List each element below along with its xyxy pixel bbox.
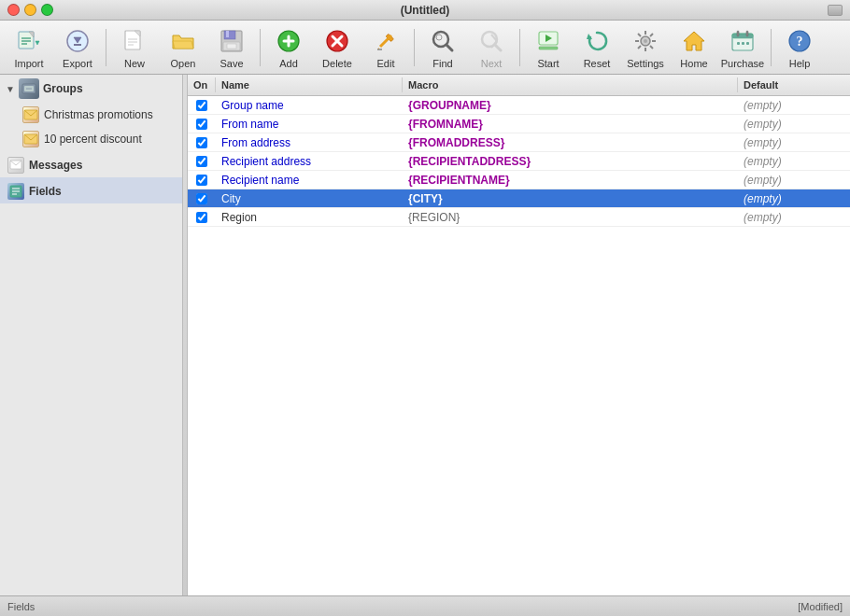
col-default: Default	[738, 77, 850, 92]
svg-point-30	[436, 35, 442, 40]
groups-label: Groups	[43, 82, 83, 95]
row3-check[interactable]	[188, 156, 216, 167]
maximize-button[interactable]	[41, 4, 53, 16]
svg-text:?: ?	[797, 35, 803, 49]
help-label: Help	[789, 58, 811, 69]
row6-check[interactable]	[188, 212, 216, 223]
svg-line-48	[638, 46, 641, 49]
title-bar: (Untitled)	[0, 0, 850, 21]
delete-icon	[322, 26, 352, 56]
main-area: ▼ Groups Christmas promotions	[0, 75, 850, 595]
row4-name: Recipient name	[216, 172, 403, 189]
row4-checkbox[interactable]	[196, 175, 207, 186]
minimize-button[interactable]	[24, 4, 36, 16]
sidebar-item-christmas[interactable]: Christmas promotions	[0, 103, 182, 127]
edit-button[interactable]: Edit	[362, 24, 409, 71]
sep3	[414, 29, 415, 66]
row5-default: (empty)	[738, 190, 850, 207]
add-icon	[274, 26, 304, 56]
row2-name: From address	[216, 134, 403, 151]
sidebar-groups-header[interactable]: ▼ Groups	[0, 75, 182, 103]
row2-default: (empty)	[738, 134, 850, 151]
table-row[interactable]: Recipient address {RECIPIENTADDRESS} (em…	[188, 152, 850, 171]
purchase-label: Purchase	[721, 58, 764, 69]
row6-checkbox[interactable]	[196, 212, 207, 223]
table-row[interactable]: From address {FROMADDRESS} (empty)	[188, 133, 850, 152]
row3-checkbox[interactable]	[196, 156, 207, 167]
discount-label: 10 percent discount	[44, 133, 142, 146]
home-button[interactable]: Home	[671, 24, 717, 71]
christmas-icon	[22, 106, 39, 123]
add-button[interactable]: Add	[265, 24, 312, 71]
svg-rect-57	[746, 31, 748, 36]
fields-icon	[7, 183, 24, 200]
svg-rect-52	[732, 36, 753, 38]
edit-icon	[371, 26, 401, 56]
row0-check[interactable]	[188, 100, 216, 111]
import-button[interactable]: Import	[6, 24, 52, 71]
row1-macro: {FROMNAME}	[403, 116, 738, 133]
row1-name: From name	[216, 116, 403, 133]
svg-line-45	[638, 34, 641, 36]
sidebar-messages[interactable]: Messages	[0, 151, 182, 177]
row4-check[interactable]	[188, 175, 216, 186]
window-controls	[7, 4, 53, 16]
row1-check[interactable]	[188, 119, 216, 130]
export-button[interactable]: Export	[54, 24, 101, 71]
export-label: Export	[63, 58, 92, 69]
svg-rect-15	[224, 31, 235, 39]
settings-label: Settings	[627, 58, 664, 69]
sep1	[106, 29, 106, 66]
svg-rect-54	[742, 42, 744, 45]
svg-rect-55	[746, 42, 749, 45]
save-label: Save	[220, 58, 243, 69]
table-row[interactable]: Recipient name {RECIPIENTNAME} (empty)	[188, 171, 850, 189]
table-row[interactable]: Region {REGION} (empty)	[188, 208, 850, 227]
save-button[interactable]: Save	[208, 24, 255, 71]
status-bar: Fields [Modified]	[0, 595, 850, 616]
purchase-icon	[728, 26, 758, 56]
window-title: (Untitled)	[401, 4, 450, 17]
row0-checkbox[interactable]	[196, 100, 207, 111]
row5-check[interactable]	[188, 193, 216, 204]
next-label: Next	[481, 58, 503, 69]
row4-default: (empty)	[738, 172, 850, 189]
table-header: On Name Macro Default	[188, 75, 850, 96]
home-icon	[679, 26, 709, 56]
sidebar-item-discount[interactable]: 10 percent discount	[0, 127, 182, 151]
row0-name: Group name	[216, 97, 403, 114]
messages-icon	[7, 157, 24, 174]
row1-checkbox[interactable]	[196, 119, 207, 130]
next-icon	[476, 26, 506, 56]
sep4	[519, 29, 520, 66]
col-on: On	[188, 77, 216, 92]
start-button[interactable]: Start	[525, 24, 572, 71]
row2-checkbox[interactable]	[196, 137, 207, 148]
new-button[interactable]: New	[111, 24, 158, 71]
open-button[interactable]: Open	[160, 24, 206, 71]
row5-macro: {CITY}	[403, 190, 738, 207]
import-label: Import	[14, 58, 43, 69]
find-button[interactable]: Find	[419, 24, 466, 71]
svg-point-40	[644, 39, 647, 43]
row5-name: City	[216, 190, 403, 207]
delete-button[interactable]: Delete	[314, 24, 361, 71]
table-row[interactable]: Group name {GROUPNAME} (empty)	[188, 96, 850, 115]
table-row[interactable]: From name {FROMNAME} (empty)	[188, 115, 850, 133]
messages-label: Messages	[29, 159, 82, 172]
table-row-selected[interactable]: City {CITY} (empty)	[188, 189, 850, 208]
status-left: Fields	[7, 601, 35, 612]
row6-name: Region	[216, 209, 403, 226]
row5-checkbox[interactable]	[196, 193, 207, 204]
open-label: Open	[171, 58, 196, 69]
settings-button[interactable]: Settings	[622, 24, 669, 71]
reset-button[interactable]: Reset	[574, 24, 620, 71]
sidebar-fields[interactable]: Fields	[0, 177, 182, 203]
purchase-button[interactable]: Purchase	[719, 24, 766, 71]
reset-icon	[582, 26, 612, 56]
close-button[interactable]	[7, 4, 20, 16]
next-button[interactable]: Next	[468, 24, 515, 71]
svg-rect-16	[226, 31, 229, 37]
help-button[interactable]: ? Help	[776, 24, 823, 71]
row2-check[interactable]	[188, 137, 216, 148]
